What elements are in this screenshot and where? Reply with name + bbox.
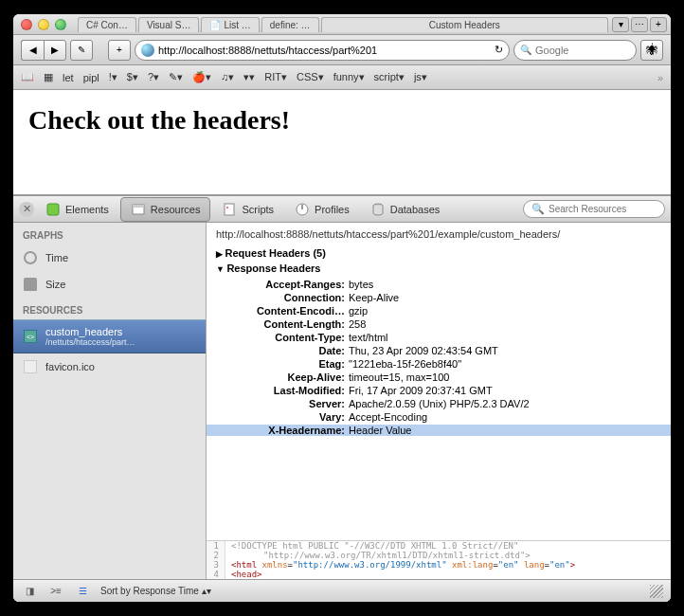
bookmark-dollar[interactable]: $▾ bbox=[127, 71, 138, 83]
line-number: 3 bbox=[207, 560, 225, 570]
header-row: X-Headername:Header Value bbox=[207, 424, 671, 437]
tab-elements[interactable]: Elements bbox=[36, 198, 118, 221]
sidebar-time[interactable]: Time bbox=[13, 245, 206, 271]
bookmark-more[interactable]: ▾▾ bbox=[243, 71, 255, 83]
response-headers-toggle[interactable]: Response Headers bbox=[207, 261, 671, 276]
svg-rect-0 bbox=[47, 204, 59, 215]
header-row: Server:Apache/2.0.59 (Unix) PHP/5.2.3 DA… bbox=[207, 397, 671, 410]
tab-resources[interactable]: Resources bbox=[120, 197, 211, 222]
console-button[interactable]: >≡ bbox=[47, 584, 64, 599]
bookmark-rit[interactable]: RIT▾ bbox=[264, 71, 287, 83]
tab-scripts[interactable]: Scripts bbox=[212, 198, 283, 221]
bookmark-let[interactable]: let bbox=[63, 72, 74, 83]
devtools-tabs: ✕ Elements Resources Scripts Profiles Da… bbox=[13, 196, 671, 223]
search-icon: 🔍 bbox=[531, 203, 545, 215]
image-icon bbox=[24, 360, 37, 373]
scripts-icon bbox=[222, 202, 237, 217]
header-row: Etag:"1221eba-15f-26eb8f40" bbox=[207, 357, 671, 371]
devtools-close-button[interactable]: ✕ bbox=[19, 202, 34, 217]
url-bar[interactable]: ↻ bbox=[135, 40, 510, 61]
bookmark-apple[interactable]: 🍎▾ bbox=[192, 71, 211, 83]
zoom-window-button[interactable] bbox=[55, 19, 66, 30]
bookmark-css[interactable]: CSS▾ bbox=[297, 71, 324, 83]
header-row: Last-Modified:Fri, 17 Apr 2009 20:37:41 … bbox=[207, 384, 671, 397]
tab-3[interactable]: define: … bbox=[261, 17, 319, 32]
search-icon: 🔍 bbox=[520, 45, 531, 55]
header-row: Content-Encodi…gzip bbox=[207, 304, 671, 317]
line-number: 2 bbox=[207, 551, 225, 560]
back-button[interactable]: ◀ bbox=[21, 40, 44, 61]
profiles-icon bbox=[295, 202, 310, 217]
bookmarks-bar: 📖 ▦ let pipl !▾ $▾ ?▾ ✎▾ 🍎▾ ♫▾ ▾▾ RIT▾ C… bbox=[13, 65, 671, 90]
databases-icon bbox=[370, 202, 386, 217]
header-row: Connection:Keep-Alive bbox=[207, 291, 671, 304]
resource-url: http://localhost:8888/nettuts/htaccess/p… bbox=[207, 223, 671, 245]
devtools-details: http://localhost:8888/nettuts/htaccess/p… bbox=[207, 223, 671, 579]
weight-icon bbox=[24, 278, 37, 291]
clock-icon bbox=[24, 251, 37, 264]
devtools: ✕ Elements Resources Scripts Profiles Da… bbox=[13, 194, 671, 602]
header-row: Date:Thu, 23 Apr 2009 02:43:54 GMT bbox=[207, 344, 671, 357]
minimize-window-button[interactable] bbox=[38, 19, 49, 30]
compose-button[interactable]: ✎ bbox=[70, 40, 93, 61]
dock-button[interactable]: ◨ bbox=[21, 584, 38, 599]
sort-selector[interactable]: Sort by Response Time ▴▾ bbox=[100, 586, 211, 596]
close-window-button[interactable] bbox=[21, 19, 32, 30]
tab-0[interactable]: C# Con… bbox=[78, 17, 136, 32]
header-row: Keep-Alive:timeout=15, max=100 bbox=[207, 371, 671, 384]
list-view-button[interactable]: ☰ bbox=[74, 584, 91, 599]
site-icon bbox=[141, 44, 154, 57]
url-input[interactable] bbox=[158, 45, 491, 56]
tab-2[interactable]: 📄List … bbox=[201, 17, 259, 32]
header-row: Content-Length:258 bbox=[207, 317, 671, 331]
bookmarks-icon[interactable]: 📖 bbox=[21, 71, 34, 83]
svg-rect-2 bbox=[133, 205, 144, 208]
tab-databases[interactable]: Databases bbox=[361, 198, 450, 221]
header-row: Content-Type:text/html bbox=[207, 331, 671, 344]
devtools-search-input[interactable] bbox=[549, 204, 657, 214]
request-headers-toggle[interactable]: Request Headers (5) bbox=[207, 245, 671, 261]
bookmark-funny[interactable]: funny▾ bbox=[333, 71, 365, 83]
page-content: Check out the headers! bbox=[13, 90, 671, 194]
svg-point-4 bbox=[226, 207, 228, 208]
line-number: 1 bbox=[207, 541, 225, 551]
bookmark-pipl[interactable]: pipl bbox=[83, 72, 99, 83]
add-bookmark-button[interactable]: + bbox=[108, 40, 131, 61]
tab-menu-button[interactable]: ⋯ bbox=[631, 17, 648, 32]
page-heading: Check out the headers! bbox=[28, 105, 656, 136]
source-panel: 1<!DOCTYPE html PUBLIC "-//W3C//DTD XHTM… bbox=[207, 540, 671, 579]
bookmark-music[interactable]: ♫▾ bbox=[221, 71, 234, 83]
reload-icon[interactable]: ↻ bbox=[495, 44, 503, 56]
response-headers-list: Accept-Ranges:bytesConnection:Keep-Alive… bbox=[207, 276, 671, 443]
bookmark-bang[interactable]: !▾ bbox=[109, 71, 117, 83]
resource-favicon[interactable]: favicon.ico bbox=[13, 353, 206, 380]
tab-4[interactable]: Custom Headers bbox=[321, 17, 608, 32]
devtools-sidebar: GRAPHS Time Size RESOURCES <> custom_hea… bbox=[13, 223, 207, 579]
tab-profiles[interactable]: Profiles bbox=[285, 198, 359, 221]
new-tab-button[interactable]: + bbox=[650, 17, 667, 32]
search-input[interactable] bbox=[535, 45, 630, 56]
tab-1[interactable]: Visual S… bbox=[138, 17, 200, 32]
search-bar[interactable]: 🔍 bbox=[513, 40, 637, 61]
graphs-heading: GRAPHS bbox=[13, 223, 206, 245]
bug-button[interactable]: 🕷 bbox=[640, 40, 663, 61]
bookmark-edit[interactable]: ✎▾ bbox=[169, 71, 183, 83]
resources-heading: RESOURCES bbox=[13, 298, 206, 319]
resources-icon bbox=[131, 202, 146, 217]
sidebar-size[interactable]: Size bbox=[13, 271, 206, 298]
bookmark-script[interactable]: script▾ bbox=[374, 71, 405, 83]
grid-icon[interactable]: ▦ bbox=[44, 71, 53, 83]
resource-custom-headers[interactable]: <> custom_headers /nettuts/htaccess/part… bbox=[13, 319, 206, 353]
html-icon: <> bbox=[24, 330, 37, 343]
titlebar: C# Con… Visual S… 📄List … define: … Cust… bbox=[13, 14, 671, 35]
header-row: Vary:Accept-Encoding bbox=[207, 410, 671, 424]
svg-rect-3 bbox=[225, 204, 234, 215]
devtools-statusbar: ◨ >≡ ☰ Sort by Response Time ▴▾ bbox=[13, 579, 671, 602]
bookmark-question[interactable]: ?▾ bbox=[148, 71, 159, 83]
devtools-search[interactable]: 🔍 bbox=[523, 200, 665, 218]
forward-button[interactable]: ▶ bbox=[44, 40, 66, 61]
tab-overflow-button[interactable]: ▾ bbox=[612, 17, 629, 32]
bookmark-js[interactable]: js▾ bbox=[414, 71, 427, 83]
resize-corner[interactable] bbox=[650, 585, 663, 598]
bookmarks-overflow[interactable]: » bbox=[657, 72, 663, 83]
